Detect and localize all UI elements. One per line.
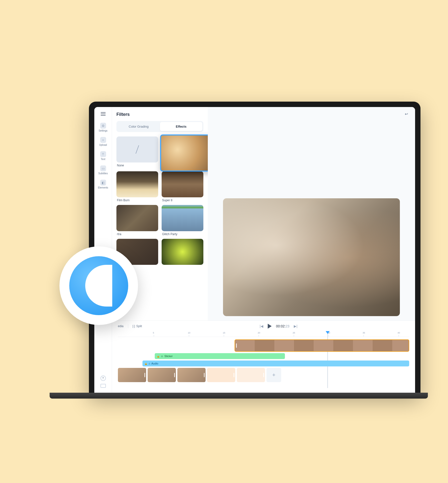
filter-thumb-rtra <box>116 205 158 231</box>
media-button[interactable]: edia <box>118 324 124 328</box>
scene-clip[interactable] <box>237 368 265 382</box>
undo-icon: ↩ <box>405 112 408 116</box>
filter-film-burn[interactable]: Film Burn <box>116 171 158 202</box>
sidebar-item-text[interactable]: T Text <box>94 149 112 162</box>
play-button[interactable] <box>268 324 272 329</box>
filter-thumb-bokeh <box>160 134 208 172</box>
timecode: 00:02:23 <box>276 324 290 328</box>
filter-thumb-none <box>116 136 158 162</box>
filter-label: Film Burn <box>116 199 158 202</box>
filter-none[interactable]: None <box>116 136 158 168</box>
contrast-badge-icon <box>59 246 138 325</box>
elements-icon: ◧ <box>100 180 106 186</box>
help-icon[interactable]: ? <box>100 376 106 381</box>
track-label: Sticker <box>164 355 173 358</box>
filter-thumb <box>162 239 203 265</box>
subtitles-icon: ▭ <box>100 165 106 171</box>
split-label: Split <box>136 324 142 328</box>
filters-grid: None 👆 Film Burn Super 8 rtra Glitc <box>116 136 203 265</box>
tab-color-grading[interactable]: Color Grading <box>117 122 160 131</box>
sidebar-item-label: Text <box>101 158 105 161</box>
tab-effects[interactable]: Effects <box>160 122 202 131</box>
filter-label: None <box>116 164 158 167</box>
sidebar-item-label: Subtitles <box>98 172 108 175</box>
sidebar-item-label: Upload <box>99 144 107 146</box>
filter-thumb-glitch-party <box>162 205 203 231</box>
filter-super8[interactable]: Super 8 <box>162 171 203 202</box>
text-icon: T <box>100 151 106 157</box>
sticker-emoji-icon: ☺ <box>161 355 163 358</box>
sidebar-item-label: Settings <box>98 129 107 132</box>
split-button[interactable]: [·] Split <box>133 324 142 328</box>
timeline-ruler[interactable]: 5 10 15 20 25 30 35 40 <box>118 332 409 337</box>
laptop-frame: ⚙ Settings + Upload T Text ▭ Subtitles ◧… <box>89 102 420 394</box>
filter-thumb-film-burn <box>116 171 158 197</box>
filter-label: Glitch Party <box>162 232 203 236</box>
video-preview[interactable] <box>223 198 400 316</box>
playhead[interactable] <box>326 331 330 334</box>
plus-icon: + <box>100 137 106 143</box>
undo-button[interactable]: ↩ <box>403 111 409 117</box>
ruler-tick: 40 <box>398 332 400 334</box>
skip-forward-button[interactable]: ▶| <box>294 324 297 328</box>
video-clip[interactable] <box>235 339 409 352</box>
sidebar-item-label: Elements <box>98 186 108 189</box>
ruler-tick: 25 <box>293 332 295 334</box>
track-label: Audio <box>151 362 158 365</box>
app-screen: ⚙ Settings + Upload T Text ▭ Subtitles ◧… <box>94 107 415 394</box>
ruler-tick: 10 <box>188 332 190 334</box>
filter-bokeh-selected[interactable]: 👆 <box>160 134 208 172</box>
ruler-tick: 5 <box>153 332 154 334</box>
playback-controls: |◀ 00:02:23 ▶| <box>260 324 297 329</box>
sticker-track[interactable]: 🔒 ☺ Sticker <box>155 353 285 359</box>
timeline-tracks: 🔒 ☺ Sticker 🔒 ♫ Audio + <box>112 337 415 394</box>
filter-label: rtra <box>116 232 158 236</box>
add-scene-button[interactable]: + <box>266 368 281 382</box>
hamburger-icon[interactable] <box>100 110 107 117</box>
filter-item[interactable] <box>162 239 203 265</box>
sidebar-item-elements[interactable]: ◧ Elements <box>94 178 112 191</box>
laptop-base <box>50 393 428 399</box>
sidebar-item-upload[interactable]: + Upload <box>94 135 112 148</box>
panel-title: Filters <box>116 112 203 117</box>
filter-label: Super 8 <box>162 199 203 202</box>
scene-clip[interactable] <box>207 368 235 382</box>
ruler-tick: 35 <box>363 332 365 334</box>
audio-track[interactable]: 🔒 ♫ Audio <box>142 361 409 366</box>
scene-clip[interactable] <box>148 368 176 382</box>
clip-handle[interactable] <box>236 343 237 348</box>
filter-rtra[interactable]: rtra <box>116 205 158 236</box>
panel-tabs: Color Grading Effects <box>116 121 203 132</box>
ruler-tick: 15 <box>223 332 225 334</box>
ruler-tick: 20 <box>258 332 260 334</box>
gear-icon: ⚙ <box>100 123 106 129</box>
skip-back-button[interactable]: |◀ <box>260 324 263 328</box>
lock-icon: 🔒 <box>157 355 160 358</box>
filter-glitch-party[interactable]: Glitch Party <box>162 205 203 236</box>
filter-thumb-super8 <box>162 171 203 197</box>
scene-clip[interactable] <box>118 368 146 382</box>
lock-icon: 🔒 <box>144 362 147 365</box>
separator <box>128 324 128 328</box>
scene-track: + <box>118 368 409 382</box>
sidebar-item-subtitles[interactable]: ▭ Subtitles <box>94 163 112 177</box>
music-note-icon: ♫ <box>148 362 150 365</box>
split-icon: [·] <box>133 324 135 328</box>
timeline: edia [·] Split |◀ 00:02:23 ▶| 5 10 15 20… <box>112 321 415 394</box>
scene-clip[interactable] <box>177 368 206 382</box>
keyboard-icon[interactable] <box>100 384 106 388</box>
sidebar-item-settings[interactable]: ⚙ Settings <box>94 121 112 134</box>
